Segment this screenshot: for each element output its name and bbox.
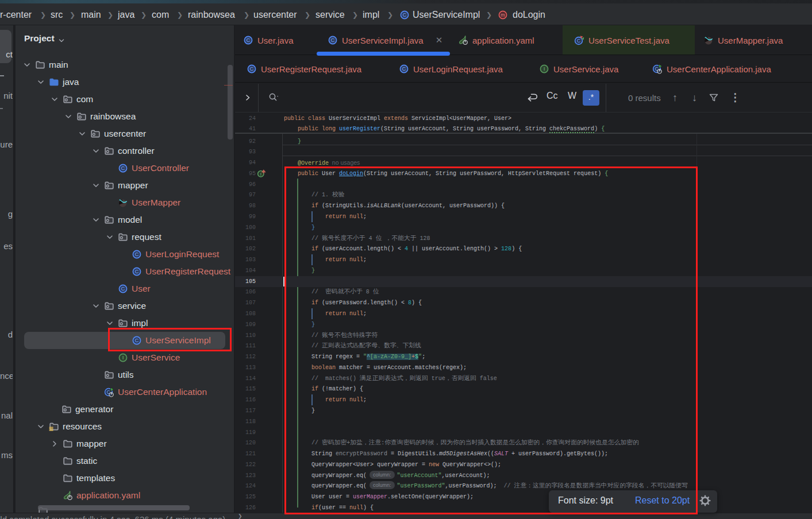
svg-text:I: I [260,172,261,177]
svg-text:I: I [544,65,545,72]
svg-text:C: C [402,65,406,72]
svg-text:C: C [121,165,125,171]
svg-text:C: C [247,37,251,43]
svg-text:C: C [250,65,254,72]
svg-text:I: I [122,354,124,361]
svg-text:C: C [403,11,407,18]
svg-text:m: m [501,12,505,18]
svg-text:C: C [577,38,581,44]
svg-text:C: C [135,251,139,257]
svg-text:C: C [135,268,139,274]
svg-text:C: C [121,285,125,292]
svg-text:C: C [331,37,335,43]
